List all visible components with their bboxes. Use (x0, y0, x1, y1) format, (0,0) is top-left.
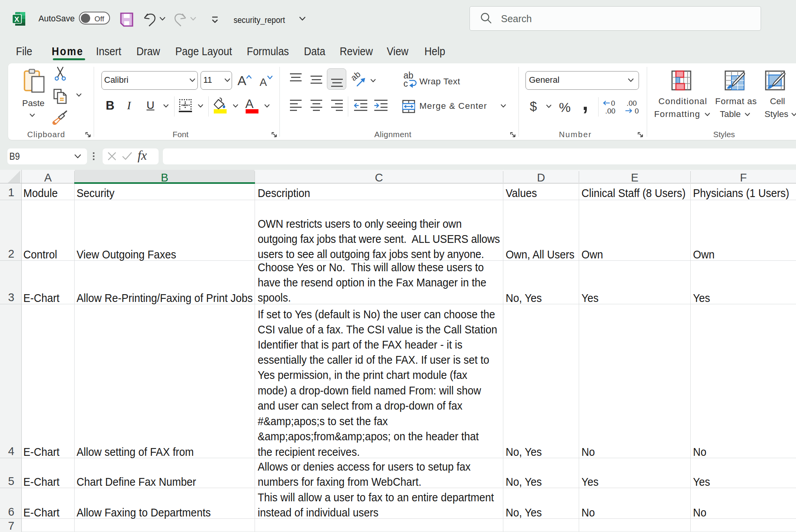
svg-text:.00: .00 (605, 107, 615, 115)
svg-text:0: 0 (635, 107, 639, 115)
svg-text:X: X (14, 15, 19, 23)
svg-text:.00: .00 (627, 100, 637, 107)
svg-text:0: 0 (611, 100, 615, 107)
